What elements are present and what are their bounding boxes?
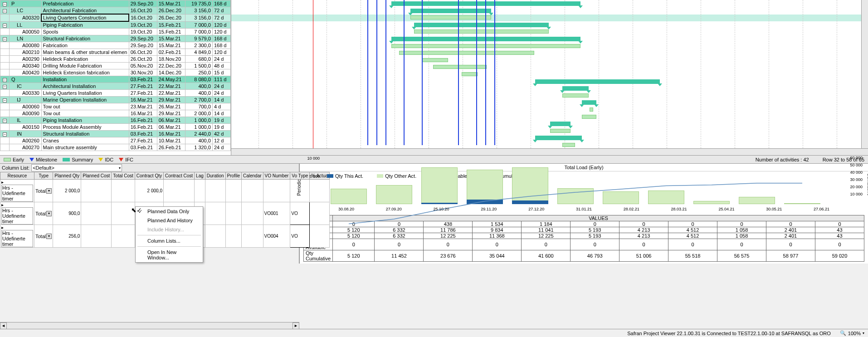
res-header[interactable]: Planned Qty (53, 172, 81, 180)
cursor-icon: ⬉✓ (131, 206, 142, 214)
grid-row[interactable]: − LN Structural Fabrication 29.Sep.20 15… (0, 35, 231, 42)
legend-item: Early (4, 157, 24, 162)
res-header[interactable]: Contract Qty (135, 172, 163, 180)
chart-yaxis-right-title: Cumulative (867, 173, 868, 195)
context-menu-item[interactable]: Open In New Window... (136, 248, 203, 262)
grid-row[interactable]: − Q Installation 03.Feb.21 24.May.21 8 0… (0, 76, 231, 83)
expand-toggle[interactable]: − (3, 2, 7, 6)
res-header[interactable]: Planned Cost (81, 172, 112, 180)
gantt-bar[interactable] (562, 143, 575, 147)
grid-row[interactable]: A00090 Tow out 16.Mar.21 29.Mar.21 2 000… (0, 110, 231, 117)
expand-toggle[interactable]: − (3, 85, 7, 89)
gantt-bar[interactable] (422, 58, 448, 62)
legend-item: IDC (98, 157, 113, 162)
res-header[interactable]: Type (34, 172, 53, 180)
grid-row[interactable]: − IJ Marine Operation Installation 16.Ma… (0, 97, 231, 103)
expand-toggle[interactable]: − (3, 119, 7, 123)
context-menu[interactable]: Planned Data OnlyPlanned And HistoryIncl… (135, 206, 203, 263)
context-menu-item[interactable]: Column Lists... (136, 236, 203, 245)
gantt-bar[interactable] (462, 72, 478, 76)
expand-toggle[interactable]: − (3, 24, 7, 28)
connection-status: Safran Project Viewer 22.1.00.31 is Conn… (627, 331, 831, 336)
res-header[interactable]: VO Number (263, 172, 290, 180)
zoom-control[interactable]: 🔍 100% ▾ (840, 330, 864, 336)
grid-row[interactable]: A00290 Helideck Fabrication 26.Oct.20 18… (0, 56, 231, 63)
grid-row[interactable]: A00060 Tow out 23.Mar.21 26.Mar.21 700,0… (0, 103, 231, 110)
gantt-bar[interactable] (433, 65, 487, 69)
gantt-hscrollbar[interactable] (231, 148, 868, 155)
context-menu-item[interactable]: Planned Data Only (136, 207, 203, 216)
grid-row[interactable]: − IC Architectural Installation 27.Feb.2… (0, 83, 231, 90)
grid-row[interactable]: A00270 Main structure assembly 03.Feb.21… (0, 144, 231, 151)
column-list-label: Column List: (2, 165, 29, 171)
gantt-bar[interactable] (562, 93, 589, 98)
column-list-dropdown[interactable]: <Default>▾ (31, 164, 122, 171)
grid-row[interactable]: − LC Architectural Fabrication 16.Oct.20… (0, 7, 231, 15)
activity-grid[interactable]: − P Prefabrication 29.Sep.20 15.Mar.21 1… (0, 0, 231, 155)
res-row[interactable]: ▸ Hrs - Udefinerte timer Total▾ 2 000,0 … (0, 180, 330, 202)
context-menu-item: Include History... (136, 225, 203, 234)
expand-toggle[interactable]: − (3, 9, 7, 13)
res-header[interactable]: Contract Cost (163, 172, 194, 180)
gantt-bar[interactable] (590, 107, 593, 112)
grid-row[interactable]: − LL Piping Fabrication 19.Oct.20 15.Feb… (0, 21, 231, 29)
grid-row[interactable]: − P Prefabrication 29.Sep.20 15.Mar.21 1… (0, 0, 231, 7)
gantt-bar[interactable] (535, 136, 582, 140)
expand-toggle[interactable]: − (3, 37, 7, 41)
res-header[interactable]: Profile (225, 172, 241, 180)
res-header[interactable]: Total Cost (112, 172, 135, 180)
gantt-bar[interactable] (535, 79, 660, 84)
context-menu-item[interactable]: Planned And History (136, 216, 203, 225)
status-bar: Safran Project Viewer 22.1.00.31 is Conn… (0, 329, 868, 337)
gantt-bar[interactable] (399, 51, 534, 55)
dropdown-icon[interactable]: ▾ (46, 211, 52, 216)
dropdown-icon[interactable]: ▾ (46, 234, 52, 239)
gantt-bar[interactable] (414, 23, 549, 27)
zoom-icon: 🔍 (840, 330, 846, 336)
chart-yaxis-left-title: Periodic (297, 179, 302, 195)
grid-row[interactable]: A00260 Cranes 27.Feb.21 10.Mar.21 400,0 … (0, 137, 231, 144)
grid-row[interactable]: A00150 Process Module Assembly 16.Feb.21… (0, 124, 231, 131)
grid-row[interactable]: A00340 Drilling Module Fabrication 05.No… (0, 63, 231, 69)
grid-row[interactable]: A00210 Main beams & other structural ele… (0, 49, 231, 56)
legend-item: Milestone (29, 157, 57, 162)
load-chart-panel: Total Load (Early) Qty This Act.Qty Othe… (299, 164, 868, 264)
grid-row[interactable]: A00420 Helideck Extension fabrication 30… (0, 69, 231, 76)
legend-item: Summary (63, 157, 93, 162)
res-header[interactable]: Lag (195, 172, 205, 180)
dropdown-icon[interactable]: ▾ (46, 188, 52, 194)
res-header[interactable]: Resource (0, 172, 34, 180)
grid-row[interactable]: A00320 Living Quarters Construction 16.O… (0, 14, 231, 21)
gantt-bar[interactable] (550, 122, 571, 126)
res-header[interactable]: Calendar (241, 172, 263, 180)
legend-item: IFC (119, 157, 133, 162)
res-header[interactable]: Duration (205, 172, 225, 180)
grid-row[interactable]: A00050 Spools 19.Oct.20 15.Feb.21 7 000,… (0, 29, 231, 35)
gantt-vscrollbar[interactable] (861, 0, 868, 148)
gantt-bar[interactable] (550, 129, 571, 133)
grid-row[interactable]: A00330 Living Quarters Installation 27.F… (0, 90, 231, 97)
expand-toggle[interactable]: − (3, 132, 7, 137)
gantt-bar[interactable] (414, 29, 549, 34)
chart-plot-area[interactable] (326, 182, 842, 204)
gantt-bar[interactable] (582, 115, 597, 119)
expand-toggle[interactable]: − (3, 98, 7, 103)
resource-hscrollbar[interactable]: ◄► (0, 322, 299, 329)
grid-row[interactable]: A00080 Fabrication 29.Sep.20 15.Mar.21 2… (0, 42, 231, 49)
grid-row[interactable]: − IN Structural Installation 03.Feb.21 1… (0, 131, 231, 137)
gantt-bar[interactable] (562, 86, 589, 91)
grid-row[interactable]: − IL Piping Installation 16.Feb.21 06.Ma… (0, 117, 231, 124)
expand-toggle[interactable]: − (3, 78, 7, 82)
gantt-chart[interactable] (231, 0, 868, 155)
